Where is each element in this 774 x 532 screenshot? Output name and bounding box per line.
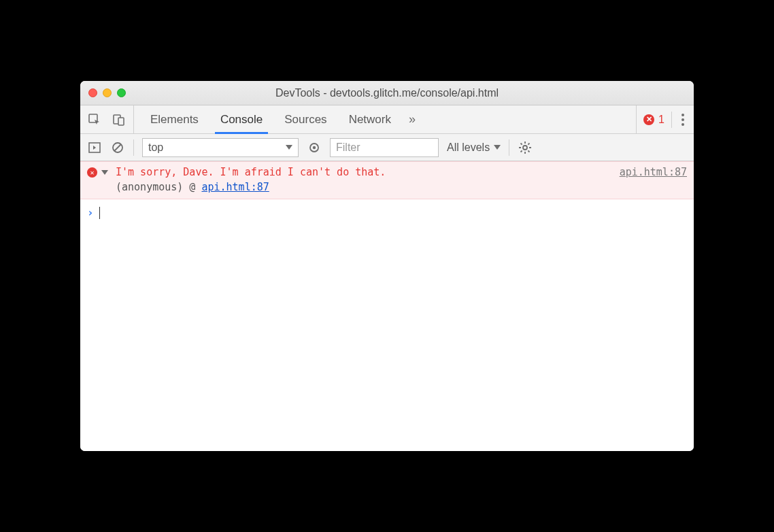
- stack-prefix: (anonymous) @: [116, 181, 201, 193]
- error-count-indicator[interactable]: ✕ 1: [643, 114, 664, 126]
- disclosure-triangle-icon[interactable]: [101, 170, 108, 175]
- tab-label: Console: [220, 113, 263, 127]
- svg-line-5: [114, 144, 121, 151]
- zoom-window-button[interactable]: [117, 88, 126, 97]
- tab-label: Sources: [284, 113, 326, 127]
- svg-line-16: [528, 143, 530, 144]
- svg-point-8: [523, 146, 527, 150]
- tabs-left-tools: [80, 105, 134, 133]
- text-caret: [99, 207, 100, 219]
- svg-line-15: [521, 150, 522, 152]
- prompt-chevron-icon: ›: [87, 206, 94, 219]
- chevron-down-icon: [494, 145, 501, 150]
- tab-sources[interactable]: Sources: [273, 105, 337, 133]
- log-gutter: ✕: [87, 166, 116, 193]
- console-error-entry[interactable]: ✕ I'm sorry, Dave. I'm afraid I can't do…: [80, 161, 694, 199]
- tab-console[interactable]: Console: [209, 105, 273, 133]
- error-message: I'm sorry, Dave. I'm afraid I can't do t…: [116, 166, 386, 178]
- separator: [133, 139, 134, 156]
- filter-input[interactable]: [330, 138, 439, 157]
- chevron-down-icon: [286, 145, 292, 150]
- close-window-button[interactable]: [88, 88, 97, 97]
- titlebar[interactable]: DevTools - devtools.glitch.me/console/ap…: [80, 81, 694, 105]
- window-title: DevTools - devtools.glitch.me/console/ap…: [80, 87, 694, 99]
- live-expression-icon[interactable]: [307, 140, 322, 155]
- console-settings-icon[interactable]: [518, 140, 533, 155]
- svg-line-13: [521, 143, 522, 144]
- error-count-value: 1: [658, 114, 664, 126]
- tabs-right-tools: ✕ 1: [636, 105, 694, 133]
- console-toolbar: top All levels: [80, 134, 694, 161]
- stack-link[interactable]: api.html:87: [201, 181, 269, 193]
- tab-network[interactable]: Network: [338, 105, 402, 133]
- levels-label: All levels: [447, 142, 490, 154]
- tab-elements[interactable]: Elements: [139, 105, 209, 133]
- tab-label: Network: [349, 113, 391, 127]
- tabs-list: Elements Console Sources Network »: [134, 105, 636, 133]
- error-icon: ✕: [87, 167, 97, 178]
- log-message-line: I'm sorry, Dave. I'm afraid I can't do t…: [116, 166, 687, 178]
- overflow-glyph: »: [409, 112, 416, 127]
- devtools-window: DevTools - devtools.glitch.me/console/ap…: [80, 81, 694, 451]
- stack-frame: (anonymous) @ api.html:87: [116, 181, 687, 193]
- execution-context-select[interactable]: top: [142, 138, 299, 157]
- traffic-lights: [88, 88, 126, 97]
- error-glyph: ✕: [646, 115, 652, 124]
- minimize-window-button[interactable]: [103, 88, 112, 97]
- log-content: I'm sorry, Dave. I'm afraid I can't do t…: [116, 166, 687, 193]
- svg-line-14: [528, 150, 530, 152]
- more-menu-button[interactable]: [679, 111, 687, 129]
- svg-rect-2: [118, 118, 124, 125]
- separator: [509, 139, 509, 156]
- inspect-element-icon[interactable]: [87, 112, 102, 127]
- separator: [671, 112, 672, 128]
- device-toolbar-icon[interactable]: [112, 112, 127, 127]
- clear-console-icon[interactable]: [110, 140, 125, 155]
- svg-point-7: [313, 146, 316, 148]
- tabs-overflow-button[interactable]: »: [402, 105, 422, 133]
- log-levels-select[interactable]: All levels: [447, 142, 501, 154]
- error-icon: ✕: [643, 114, 654, 125]
- show-console-sidebar-icon[interactable]: [87, 140, 102, 155]
- console-prompt[interactable]: ›: [80, 199, 694, 226]
- error-glyph: ✕: [90, 169, 94, 176]
- console-output: ✕ I'm sorry, Dave. I'm afraid I can't do…: [80, 161, 694, 451]
- main-tabs-row: Elements Console Sources Network » ✕ 1: [80, 105, 694, 134]
- context-value: top: [148, 142, 163, 154]
- tab-label: Elements: [150, 113, 199, 127]
- source-link[interactable]: api.html:87: [620, 166, 687, 178]
